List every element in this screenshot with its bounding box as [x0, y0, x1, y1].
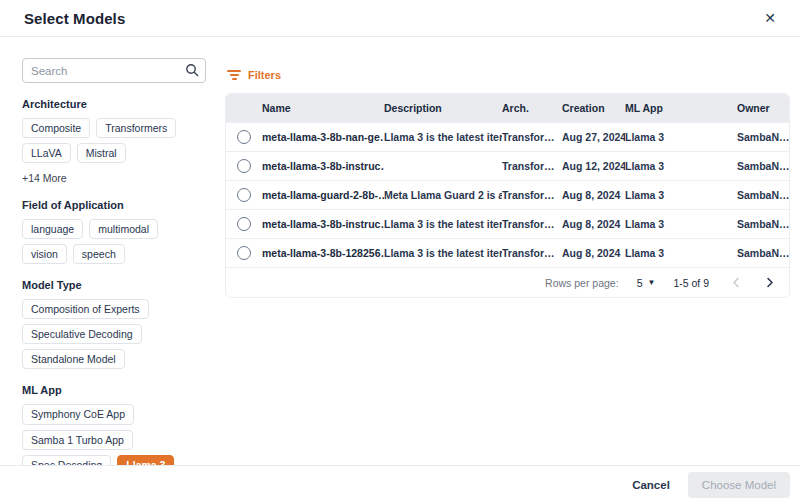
filter-chip[interactable]: Samba 1 Turbo App	[22, 430, 133, 450]
model-name: meta-llama-3-8b-instruc…	[262, 218, 384, 230]
model-description: Llama 3 is the latest itera…	[384, 218, 502, 230]
model-description: Llama 3 is the latest itera…	[384, 131, 502, 143]
search-input[interactable]	[22, 58, 206, 83]
filter-section-heading: ML App	[22, 384, 206, 396]
filter-chip[interactable]: language	[22, 219, 83, 239]
row-radio-button[interactable]	[237, 159, 251, 173]
row-radio-cell	[226, 246, 262, 260]
filter-chip[interactable]: LLaVA	[22, 143, 71, 163]
rows-per-page-select[interactable]: 5 ▼	[637, 277, 656, 289]
table-row[interactable]: meta-llama-3-8b-128256… Llama 3 is the l…	[226, 238, 789, 267]
model-creation-date: Aug 8, 2024	[562, 247, 625, 259]
column-header[interactable]: Arch.	[502, 102, 562, 114]
filter-chip-group: Composite Transformers LLaVA Mistral	[22, 118, 206, 163]
model-arch: Transfor…	[502, 160, 562, 172]
column-header[interactable]: Description	[384, 102, 502, 114]
filter-section: Model Type Composition of Experts Specul…	[22, 279, 206, 369]
rows-per-page-label: Rows per page:	[545, 277, 619, 289]
model-name: meta-llama-3-8b-instruc…	[262, 160, 384, 172]
row-radio-button[interactable]	[237, 246, 251, 260]
show-more-link[interactable]: +14 More	[22, 172, 206, 184]
filter-section: Architecture Composite Transformers LLaV…	[22, 98, 206, 184]
pagination-nav	[731, 277, 775, 288]
column-header[interactable]: Name	[262, 102, 384, 114]
search-icon	[185, 63, 199, 77]
models-content: Filters Name Description Arch. Creation …	[225, 58, 790, 465]
model-ml-app: Llama 3	[625, 160, 737, 172]
row-radio-cell	[226, 159, 262, 173]
row-radio-cell	[226, 188, 262, 202]
dialog-title: Select Models	[24, 10, 125, 27]
model-creation-date: Aug 8, 2024	[562, 218, 625, 230]
row-radio-button[interactable]	[237, 130, 251, 144]
filter-section-heading: Field of Application	[22, 199, 206, 211]
row-radio-cell	[226, 217, 262, 231]
model-name: meta-llama-guard-2-8b-…	[262, 189, 384, 201]
filter-chip-group: Composition of Experts Speculative Decod…	[22, 299, 206, 369]
model-arch: Transfor…	[502, 247, 562, 259]
column-header[interactable]: ML App	[625, 102, 737, 114]
column-header[interactable]: Creation	[562, 102, 625, 114]
model-arch: Transfor…	[502, 131, 562, 143]
filter-chip[interactable]: Transformers	[96, 118, 176, 138]
filter-chip[interactable]: Composition of Experts	[22, 299, 149, 319]
previous-page-icon[interactable]	[731, 277, 742, 288]
choose-model-button[interactable]: Choose Model	[688, 472, 790, 498]
cancel-button[interactable]: Cancel	[632, 479, 670, 491]
model-creation-date: Aug 8, 2024	[562, 189, 625, 201]
model-ml-app: Llama 3	[625, 247, 737, 259]
dialog-footer: Cancel Choose Model	[0, 465, 800, 504]
model-owner: SambaN…	[737, 247, 789, 259]
model-owner: SambaN…	[737, 189, 789, 201]
table-row[interactable]: meta-llama-3-8b-nan-ge… Llama 3 is the l…	[226, 122, 789, 151]
next-page-icon[interactable]	[764, 277, 775, 288]
column-header[interactable]: Owner	[737, 102, 789, 114]
filter-chip[interactable]: speech	[73, 244, 125, 264]
model-owner: SambaN…	[737, 218, 789, 230]
model-ml-app: Llama 3	[625, 189, 737, 201]
model-arch: Transfor…	[502, 218, 562, 230]
model-owner: SambaN…	[737, 160, 789, 172]
filter-sidebar: Architecture Composite Transformers LLaV…	[22, 58, 206, 465]
dialog-body: Architecture Composite Transformers LLaV…	[0, 37, 800, 465]
model-creation-date: Aug 27, 2024	[562, 131, 625, 143]
filter-chip[interactable]: vision	[22, 244, 67, 264]
table-row[interactable]: meta-llama-guard-2-8b-… Meta Llama Guard…	[226, 180, 789, 209]
pagination-range: 1-5 of 9	[673, 277, 709, 289]
model-description: Meta Llama Guard 2 is an …	[384, 189, 502, 201]
filter-chip[interactable]: Standalone Model	[22, 349, 125, 369]
model-arch: Transfor…	[502, 189, 562, 201]
row-radio-button[interactable]	[237, 188, 251, 202]
table-row[interactable]: meta-llama-3-8b-instruc… Llama 3 is the …	[226, 209, 789, 238]
filter-chip[interactable]: multimodal	[89, 219, 158, 239]
filter-sections: Architecture Composite Transformers LLaV…	[22, 98, 206, 504]
search-box	[22, 58, 206, 83]
filter-chip[interactable]: Composite	[22, 118, 90, 138]
model-creation-date: Aug 12, 2024	[562, 160, 625, 172]
row-radio-button[interactable]	[237, 217, 251, 231]
filter-icon	[227, 70, 241, 80]
model-name: meta-llama-3-8b-nan-ge…	[262, 131, 384, 143]
filter-chip[interactable]: Mistral	[77, 143, 126, 163]
table-body: meta-llama-3-8b-nan-ge… Llama 3 is the l…	[226, 122, 789, 267]
filter-section-heading: Architecture	[22, 98, 206, 110]
table-header-row: Name Description Arch. Creation ML App O…	[226, 94, 789, 122]
filter-section: Field of Application language multimodal…	[22, 199, 206, 264]
dialog-header: Select Models ✕	[0, 0, 800, 37]
model-name: meta-llama-3-8b-128256…	[262, 247, 384, 259]
select-models-dialog: Select Models ✕ Architecture	[0, 0, 800, 504]
model-ml-app: Llama 3	[625, 131, 737, 143]
model-owner: SambaN…	[737, 131, 789, 143]
model-ml-app: Llama 3	[625, 218, 737, 230]
filter-chip[interactable]: Speculative Decoding	[22, 324, 142, 344]
table-row[interactable]: meta-llama-3-8b-instruc… Transfor… Aug 1…	[226, 151, 789, 180]
filter-chip[interactable]: Symphony CoE App	[22, 404, 134, 424]
filters-button-label: Filters	[248, 69, 281, 81]
rows-per-page-value: 5	[637, 277, 643, 289]
row-radio-cell	[226, 130, 262, 144]
table-pagination: Rows per page: 5 ▼ 1-5 of 9	[226, 267, 789, 297]
models-table: Name Description Arch. Creation ML App O…	[225, 93, 790, 298]
filters-button[interactable]: Filters	[227, 69, 281, 81]
model-description: Llama 3 is the latest itera…	[384, 247, 502, 259]
close-icon[interactable]: ✕	[762, 9, 778, 27]
